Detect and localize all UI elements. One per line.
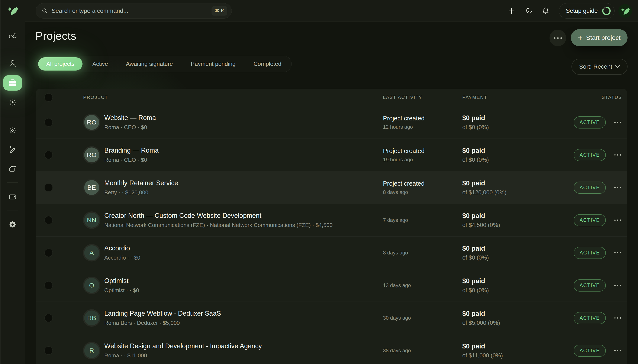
- start-project-button[interactable]: + Start project: [571, 29, 627, 46]
- client-avatar: RO: [84, 148, 99, 162]
- sort-label: Sort: Recent: [579, 63, 612, 70]
- row-checkbox[interactable]: [44, 151, 53, 159]
- sidebar-item-opportunities[interactable]: [3, 123, 22, 138]
- tabs: All projectsActiveAwaiting signaturePaym…: [36, 56, 292, 72]
- setup-progress-ring: [601, 6, 611, 16]
- column-header-status: STATUS: [601, 94, 622, 100]
- sidebar-divider: [7, 117, 18, 117]
- project-title: Branding — Roma: [104, 146, 159, 154]
- sort-dropdown[interactable]: Sort: Recent: [571, 58, 627, 75]
- activity-time: 8 days ago: [383, 189, 462, 195]
- table-row[interactable]: NN Creator North — Custom Code Website D…: [36, 204, 627, 236]
- status-badge: ACTIVE: [574, 116, 606, 128]
- tab-active[interactable]: Active: [84, 57, 116, 70]
- payment-total: of $120,000 (0%): [462, 189, 574, 196]
- sidebar-divider: [7, 182, 18, 183]
- ellipsis-icon: [554, 37, 555, 39]
- project-subtitle: Roma · · $11,000: [104, 352, 262, 359]
- status-badge: ACTIVE: [574, 214, 606, 226]
- activity-time: 19 hours ago: [383, 157, 462, 162]
- sidebar-item-proposals[interactable]: [3, 141, 22, 157]
- status-badge: ACTIVE: [574, 344, 606, 357]
- search-input[interactable]: Search or type a command... ⌘ K: [36, 3, 232, 18]
- page-more-button[interactable]: [549, 30, 566, 46]
- client-avatar: R: [84, 343, 99, 358]
- table-row[interactable]: RB Landing Page Webflow - Deduxer SaaS R…: [36, 302, 627, 334]
- person-icon: [8, 59, 17, 68]
- project-subtitle: Roma · CEO · $0: [104, 124, 156, 131]
- project-title: Website Design and Development - Impacti…: [104, 342, 262, 350]
- ellipsis-icon: [614, 187, 615, 188]
- payment-total: of $11,000 (0%): [462, 352, 574, 359]
- leaf-logo-icon: [6, 4, 19, 17]
- app-logo[interactable]: [4, 2, 21, 19]
- notifications-button[interactable]: [539, 4, 552, 18]
- row-checkbox[interactable]: [44, 314, 53, 322]
- row-menu-button[interactable]: [613, 186, 622, 189]
- payment-total: of $0 (0%): [462, 287, 574, 294]
- user-avatar[interactable]: [618, 4, 632, 18]
- client-avatar: A: [84, 245, 99, 260]
- row-checkbox[interactable]: [44, 216, 53, 224]
- ellipsis-icon: [614, 122, 615, 123]
- project-subtitle: Optimist · · $0: [104, 287, 139, 294]
- row-menu-button[interactable]: [613, 154, 622, 156]
- activity-time: 7 days ago: [383, 217, 462, 223]
- client-avatar: NN: [84, 213, 99, 228]
- status-badge: ACTIVE: [574, 312, 606, 324]
- sidebar-item-finances[interactable]: [3, 189, 22, 204]
- table-row[interactable]: RO Branding — Roma Roma · CEO · $0 Proje…: [36, 139, 627, 171]
- row-checkbox[interactable]: [44, 281, 53, 290]
- payment-total: of $4,500 (0%): [462, 222, 574, 228]
- setup-guide-button[interactable]: Setup guide: [559, 3, 614, 18]
- tab-awaiting-signature[interactable]: Awaiting signature: [118, 57, 181, 70]
- sidebar-divider: [7, 46, 18, 46]
- dashboard-icon: [8, 32, 17, 41]
- activity-time: 38 days ago: [383, 348, 462, 354]
- sidebar-item-deliverables[interactable]: [3, 161, 22, 176]
- project-title: Landing Page Webflow - Deduxer SaaS: [104, 310, 221, 317]
- sidebar-item-clients[interactable]: [3, 56, 22, 71]
- tab-all-projects[interactable]: All projects: [38, 57, 83, 70]
- project-title: Website — Roma: [104, 114, 156, 122]
- table-row[interactable]: RO Website — Roma Roma · CEO · $0 Projec…: [36, 106, 627, 139]
- table-row[interactable]: A Accordio Accordio · · $0 8 days ago $0…: [36, 236, 627, 269]
- activity-event: Project created: [383, 115, 462, 122]
- main-content: Projects + Start project All projectsAct…: [25, 22, 638, 364]
- row-menu-button[interactable]: [613, 284, 622, 287]
- select-all-checkbox[interactable]: [44, 93, 53, 102]
- sidebar-divider: [7, 210, 18, 211]
- table-row[interactable]: O Optimist Optimist · · $0 13 days ago $…: [36, 269, 627, 302]
- sidebar-item-dashboard[interactable]: [3, 28, 22, 44]
- payment-paid: $0 paid: [462, 147, 574, 154]
- row-checkbox[interactable]: [44, 118, 53, 126]
- project-title: Monthly Retainer Service: [104, 179, 178, 187]
- row-menu-button[interactable]: [613, 251, 622, 254]
- briefcase-icon: [8, 78, 17, 88]
- status-badge: ACTIVE: [574, 182, 606, 194]
- tab-payment-pending[interactable]: Payment pending: [183, 57, 244, 70]
- table-row[interactable]: R Website Design and Development - Impac…: [36, 334, 627, 364]
- dark-mode-toggle[interactable]: [522, 4, 535, 18]
- table-row[interactable]: BE Monthly Retainer Service Betty · · $1…: [36, 171, 627, 204]
- sidebar-item-time-tracking[interactable]: [3, 95, 22, 110]
- create-new-button[interactable]: [505, 4, 518, 18]
- payment-total: of $5,000 (0%): [462, 320, 574, 326]
- sidebar-item-projects[interactable]: [3, 75, 22, 90]
- row-checkbox[interactable]: [44, 346, 53, 355]
- row-menu-button[interactable]: [613, 121, 622, 124]
- row-checkbox[interactable]: [44, 183, 53, 192]
- row-checkbox[interactable]: [44, 248, 53, 257]
- tab-completed[interactable]: Completed: [245, 57, 290, 70]
- row-menu-button[interactable]: [613, 349, 622, 352]
- row-menu-button[interactable]: [613, 316, 622, 320]
- sidebar: [0, 0, 25, 364]
- client-avatar: O: [84, 278, 99, 293]
- row-menu-button[interactable]: [613, 219, 622, 222]
- sidebar-item-settings[interactable]: [3, 217, 22, 232]
- payment-paid: $0 paid: [462, 310, 574, 318]
- column-header-payment: PAYMENT: [462, 94, 601, 100]
- client-avatar: RO: [84, 115, 99, 130]
- search-icon: [41, 8, 48, 14]
- project-subtitle: National Network Communications (FZE) · …: [104, 222, 333, 228]
